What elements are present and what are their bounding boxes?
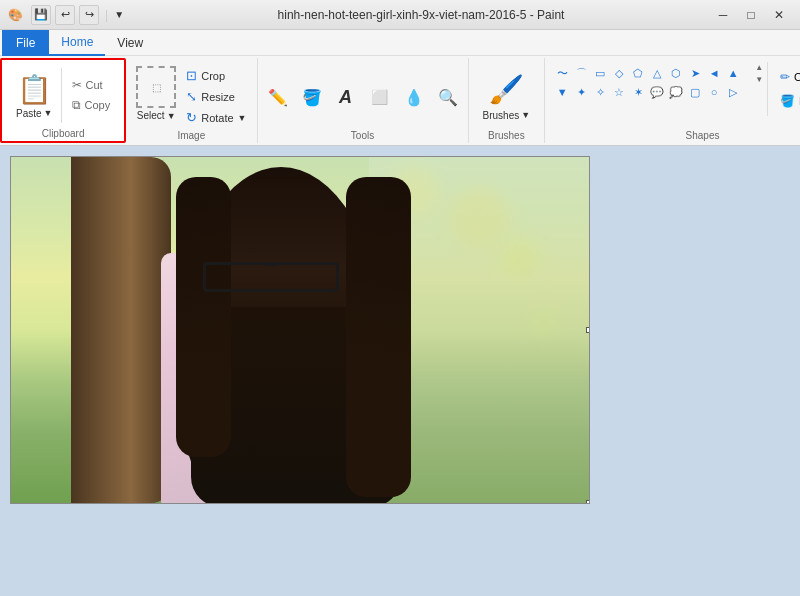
shape-scroll: ▲ ▼ xyxy=(753,62,765,86)
copy-button[interactable]: ⧉ Copy xyxy=(68,96,115,114)
resize-button[interactable]: ⤡ Resize xyxy=(182,87,250,106)
window-title: hinh-nen-hot-teen-girl-xinh-9x-viet-nam-… xyxy=(132,8,710,22)
resize-icon: ⤡ xyxy=(186,89,197,104)
menu-view[interactable]: View xyxy=(105,30,155,56)
shape-right-arrow[interactable]: ➤ xyxy=(686,64,704,82)
magnifier-tool[interactable]: 🔍 xyxy=(434,83,462,111)
handle-bottom-right[interactable] xyxy=(586,500,590,504)
shape-rounded-rect[interactable]: ▢ xyxy=(686,83,704,101)
image-label: Image xyxy=(177,130,205,141)
fill-tool[interactable]: 🪣 xyxy=(298,83,326,111)
tools-content: ✏️ 🪣 A ⬜ 💧 🔍 xyxy=(264,62,462,128)
outline-button[interactable]: ✏ Outline ▼ xyxy=(776,68,800,86)
shape-triangle[interactable]: △ xyxy=(648,64,666,82)
photo-scene xyxy=(11,157,589,503)
paint-icon: 🎨 xyxy=(8,8,23,22)
fill-button[interactable]: 🪣 Fill ▼ xyxy=(776,92,800,110)
tools-group: ✏️ 🪣 A ⬜ 💧 🔍 Tools xyxy=(258,58,469,143)
brushes-content: 🖌️ Brushes ▼ xyxy=(475,62,539,128)
shape-star5[interactable]: ☆ xyxy=(610,83,628,101)
undo-quick-btn[interactable]: ↩ xyxy=(55,5,75,25)
handle-middle-right[interactable] xyxy=(586,327,590,333)
girl-hair-right xyxy=(346,177,411,497)
pencil-tool[interactable]: ✏️ xyxy=(264,83,292,111)
clipboard-content: 📋 Paste ▼ ✂ Cut ⧉ Copy xyxy=(8,64,118,126)
shape-down-arrow[interactable]: ▼ xyxy=(553,83,571,101)
menu-file[interactable]: File xyxy=(2,30,49,56)
outline-icon: ✏ xyxy=(780,70,790,84)
shape-triangle2[interactable]: ▷ xyxy=(724,83,742,101)
save-quick-btn[interactable]: 💾 xyxy=(31,5,51,25)
crop-button[interactable]: ⊡ Crop xyxy=(182,66,250,85)
brushes-button[interactable]: 🖌️ Brushes ▼ xyxy=(475,66,539,125)
shape-4-arrow[interactable]: ✦ xyxy=(572,83,590,101)
outline-fill-area: ✏ Outline ▼ 🪣 Fill ▼ xyxy=(767,62,800,116)
shape-pentagon[interactable]: ⬠ xyxy=(629,64,647,82)
shape-ellipse[interactable]: ○ xyxy=(705,83,723,101)
shapes-scroll-down[interactable]: ▼ xyxy=(755,76,763,84)
brushes-label: Brushes xyxy=(488,130,525,141)
brushes-group: 🖌️ Brushes ▼ Brushes xyxy=(469,58,546,143)
paste-label: Paste ▼ xyxy=(16,108,53,119)
cut-button[interactable]: ✂ Cut xyxy=(68,76,115,94)
shape-diamond[interactable]: ◇ xyxy=(610,64,628,82)
shape-star6[interactable]: ✶ xyxy=(629,83,647,101)
redo-quick-btn[interactable]: ↪ xyxy=(79,5,99,25)
copy-icon: ⧉ xyxy=(72,98,81,112)
maximize-button[interactable]: □ xyxy=(738,5,764,25)
shape-rect[interactable]: ▭ xyxy=(591,64,609,82)
shape-wave[interactable]: 〜 xyxy=(553,64,571,82)
window-controls: ─ □ ✕ xyxy=(710,5,792,25)
shape-arc[interactable]: ⌒ xyxy=(572,64,590,82)
shapes-group: 〜 ⌒ ▭ ◇ ⬠ △ ⬡ ➤ ◄ ▲ ▼ ✦ ✧ ☆ ✶ 💬 💭 ▢ ○ xyxy=(545,58,800,143)
girl-hair-left xyxy=(176,177,231,457)
canvas-wrapper xyxy=(10,156,590,504)
paste-dropdown-arrow[interactable]: ▼ xyxy=(44,108,53,118)
shapes-grid: 〜 ⌒ ▭ ◇ ⬠ △ ⬡ ➤ ◄ ▲ ▼ ✦ ✧ ☆ ✶ 💬 💭 ▢ ○ xyxy=(551,62,751,103)
cut-icon: ✂ xyxy=(72,78,82,92)
shapes-content: 〜 ⌒ ▭ ◇ ⬠ △ ⬡ ➤ ◄ ▲ ▼ ✦ ✧ ☆ ✶ 💬 💭 ▢ ○ xyxy=(551,62,800,128)
shapes-scroll-up[interactable]: ▲ xyxy=(755,64,763,72)
ribbon: 📋 Paste ▼ ✂ Cut ⧉ Copy Clipboard xyxy=(0,56,800,146)
image-content: ⬚ Select ▼ ⊡ Crop ⤡ Resize ↻ Rotat xyxy=(132,62,250,128)
close-button[interactable]: ✕ xyxy=(766,5,792,25)
eraser-tool[interactable]: ⬜ xyxy=(366,83,394,111)
toolbar-separator: | xyxy=(105,8,108,22)
clipboard-right: ✂ Cut ⧉ Copy xyxy=(64,74,119,116)
shape-star4[interactable]: ✧ xyxy=(591,83,609,101)
title-bar: 🎨 💾 ↩ ↪ | ▼ hinh-nen-hot-teen-girl-xinh-… xyxy=(0,0,800,30)
shape-hexagon[interactable]: ⬡ xyxy=(667,64,685,82)
image-group: ⬚ Select ▼ ⊡ Crop ⤡ Resize ↻ Rotat xyxy=(126,58,257,143)
minimize-button[interactable]: ─ xyxy=(710,5,736,25)
canvas-area[interactable] xyxy=(0,146,800,592)
select-icon: ⬚ xyxy=(136,66,176,108)
image-buttons: ⊡ Crop ⤡ Resize ↻ Rotate ▼ xyxy=(182,62,250,127)
girl-glasses xyxy=(203,262,339,292)
canvas-image[interactable] xyxy=(10,156,590,504)
menu-home[interactable]: Home xyxy=(49,30,105,56)
shape-balloon[interactable]: 💬 xyxy=(648,83,666,101)
paste-icon: 📋 xyxy=(18,72,50,108)
rotate-icon: ↻ xyxy=(186,110,197,125)
select-button[interactable]: ⬚ Select ▼ xyxy=(132,62,180,125)
tools-label: Tools xyxy=(351,130,374,141)
color-picker-tool[interactable]: 💧 xyxy=(400,83,428,111)
toolbar-dropdown-arrow[interactable]: ▼ xyxy=(114,9,124,20)
rotate-button[interactable]: ↻ Rotate ▼ xyxy=(182,108,250,127)
text-tool[interactable]: A xyxy=(332,83,360,111)
shape-left-arrow[interactable]: ◄ xyxy=(705,64,723,82)
select-dropdown[interactable]: ▼ xyxy=(167,111,176,121)
shape-up-arrow[interactable]: ▲ xyxy=(724,64,742,82)
clipboard-label: Clipboard xyxy=(42,128,85,139)
quick-access-toolbar: 💾 ↩ ↪ | ▼ xyxy=(31,5,124,25)
clipboard-group: 📋 Paste ▼ ✂ Cut ⧉ Copy Clipboard xyxy=(0,58,126,143)
girl-figure xyxy=(131,167,431,503)
rotate-dropdown[interactable]: ▼ xyxy=(238,113,247,123)
paste-button[interactable]: 📋 Paste ▼ xyxy=(8,68,62,123)
shape-call[interactable]: 💭 xyxy=(667,83,685,101)
brushes-dropdown[interactable]: ▼ xyxy=(521,110,530,120)
app-icon-area: 🎨 xyxy=(8,8,23,22)
crop-icon: ⊡ xyxy=(186,68,197,83)
menu-bar: File Home View xyxy=(0,30,800,56)
shapes-label: Shapes xyxy=(686,130,720,141)
